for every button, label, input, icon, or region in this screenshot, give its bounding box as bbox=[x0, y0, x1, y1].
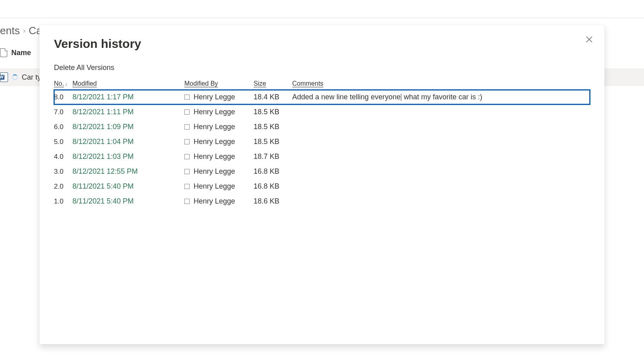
modified-by: Henry Legge bbox=[184, 138, 254, 146]
col-header-no[interactable]: No.↓ bbox=[54, 80, 72, 87]
version-number: 3.0 bbox=[54, 168, 72, 176]
file-icon bbox=[0, 48, 7, 57]
sort-desc-icon: ↓ bbox=[65, 81, 67, 87]
modified-date[interactable]: 8/12/2021 1:09 PM bbox=[72, 123, 184, 131]
version-number: 1.0 bbox=[54, 197, 72, 206]
word-doc-icon bbox=[0, 72, 8, 82]
close-button[interactable] bbox=[584, 34, 595, 45]
dialog-title: Version history bbox=[54, 37, 590, 51]
modified-date[interactable]: 8/11/2021 5:40 PM bbox=[72, 197, 184, 206]
col-header-modified[interactable]: Modified bbox=[72, 80, 184, 87]
modified-date[interactable]: 8/12/2021 12:55 PM bbox=[72, 167, 184, 176]
version-size: 18.5 KB bbox=[254, 123, 292, 131]
version-size: 18.5 KB bbox=[254, 108, 292, 116]
presence-icon bbox=[184, 109, 190, 115]
version-size: 16.8 KB bbox=[254, 182, 292, 191]
col-header-size[interactable]: Size bbox=[254, 80, 292, 87]
name-column-label: Name bbox=[11, 49, 31, 57]
version-number: 2.0 bbox=[54, 183, 72, 191]
table-header-row: No.↓ Modified Modified By Size Comments bbox=[54, 80, 590, 89]
version-number: 5.0 bbox=[54, 138, 72, 146]
modified-by: Henry Legge bbox=[184, 182, 254, 191]
table-row[interactable]: 5.08/12/2021 1:04 PMHenry Legge18.5 KB bbox=[54, 134, 590, 149]
modified-date[interactable]: 8/12/2021 1:03 PM bbox=[72, 152, 184, 161]
table-row[interactable]: 1.08/11/2021 5:40 PMHenry Legge18.6 KB bbox=[54, 194, 590, 209]
presence-icon bbox=[184, 124, 190, 130]
table-row[interactable]: 3.08/12/2021 12:55 PMHenry Legge16.8 KB bbox=[54, 164, 590, 179]
presence-icon bbox=[184, 169, 190, 174]
modified-by: Henry Legge bbox=[184, 123, 254, 131]
version-size: 18.4 KB bbox=[254, 93, 292, 101]
col-header-comments[interactable]: Comments bbox=[292, 80, 590, 87]
presence-icon bbox=[184, 154, 190, 159]
version-number: 8.0 bbox=[54, 93, 72, 101]
version-number: 4.0 bbox=[54, 153, 72, 161]
table-row[interactable]: 7.08/12/2021 1:11 PMHenry Legge18.5 KB bbox=[54, 105, 590, 119]
breadcrumb-parent[interactable]: ents bbox=[0, 25, 20, 37]
presence-icon bbox=[184, 139, 190, 144]
modified-date[interactable]: 8/12/2021 1:17 PM bbox=[72, 93, 184, 101]
modified-by: Henry Legge bbox=[184, 197, 254, 206]
modified-by: Henry Legge bbox=[184, 93, 254, 101]
delete-all-versions-link[interactable]: Delete All Versions bbox=[54, 64, 114, 72]
version-comments: Added a new line telling everyone what m… bbox=[292, 93, 590, 101]
version-number: 7.0 bbox=[54, 108, 72, 116]
presence-icon bbox=[184, 184, 190, 189]
table-row[interactable]: 8.08/12/2021 1:17 PMHenry Legge18.4 KBAd… bbox=[54, 90, 590, 105]
loading-spinner-icon bbox=[12, 74, 18, 80]
divider bbox=[0, 18, 644, 18]
table-row[interactable]: 6.08/12/2021 1:09 PMHenry Legge18.5 KB bbox=[54, 119, 590, 134]
versions-table: No.↓ Modified Modified By Size Comments … bbox=[54, 80, 590, 209]
close-icon bbox=[586, 36, 592, 43]
version-size: 18.5 KB bbox=[254, 138, 292, 146]
presence-icon bbox=[184, 199, 190, 204]
modified-by: Henry Legge bbox=[184, 108, 254, 116]
col-header-modified-by[interactable]: Modified By bbox=[184, 80, 254, 87]
modified-by: Henry Legge bbox=[184, 152, 254, 161]
version-size: 16.8 KB bbox=[254, 167, 292, 176]
table-row[interactable]: 2.08/11/2021 5:40 PMHenry Legge16.8 KB bbox=[54, 179, 590, 194]
chevron-right-icon: › bbox=[23, 27, 25, 35]
modified-by: Henry Legge bbox=[184, 167, 254, 176]
modified-date[interactable]: 8/12/2021 1:04 PM bbox=[72, 138, 184, 146]
version-size: 18.6 KB bbox=[254, 197, 292, 206]
version-number: 6.0 bbox=[54, 123, 72, 131]
table-row[interactable]: 4.08/12/2021 1:03 PMHenry Legge18.7 KB bbox=[54, 149, 590, 164]
version-history-dialog: Version history Delete All Versions No.↓… bbox=[39, 25, 605, 344]
modified-date[interactable]: 8/12/2021 1:11 PM bbox=[72, 108, 184, 116]
presence-icon bbox=[184, 95, 190, 100]
version-size: 18.7 KB bbox=[254, 152, 292, 161]
modified-date[interactable]: 8/11/2021 5:40 PM bbox=[72, 182, 184, 191]
